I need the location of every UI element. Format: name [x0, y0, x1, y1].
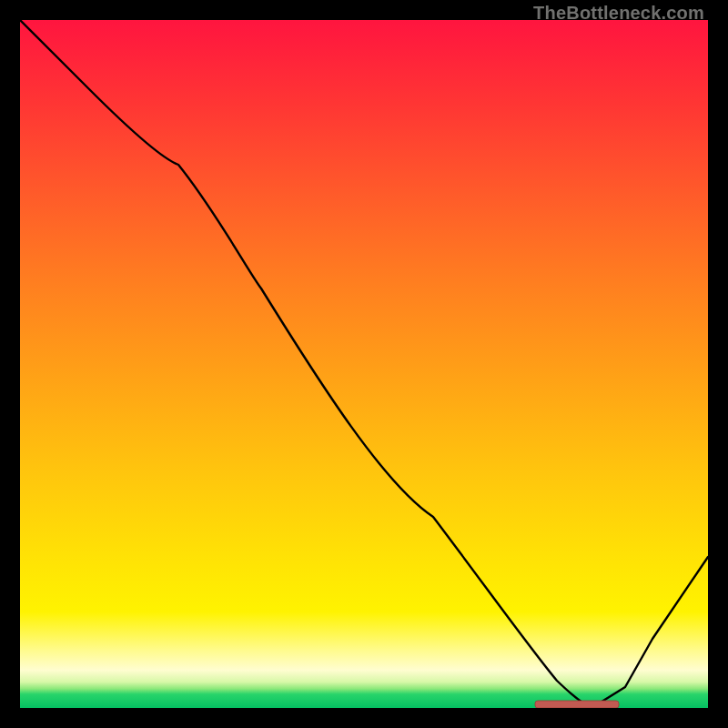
chart-overlay [20, 20, 708, 708]
optimum-marker [535, 701, 619, 708]
plot-area [20, 20, 708, 708]
chart-stage: TheBottleneck.com [0, 0, 728, 728]
attribution-watermark: TheBottleneck.com [533, 3, 704, 24]
bottleneck-curve [20, 20, 708, 708]
